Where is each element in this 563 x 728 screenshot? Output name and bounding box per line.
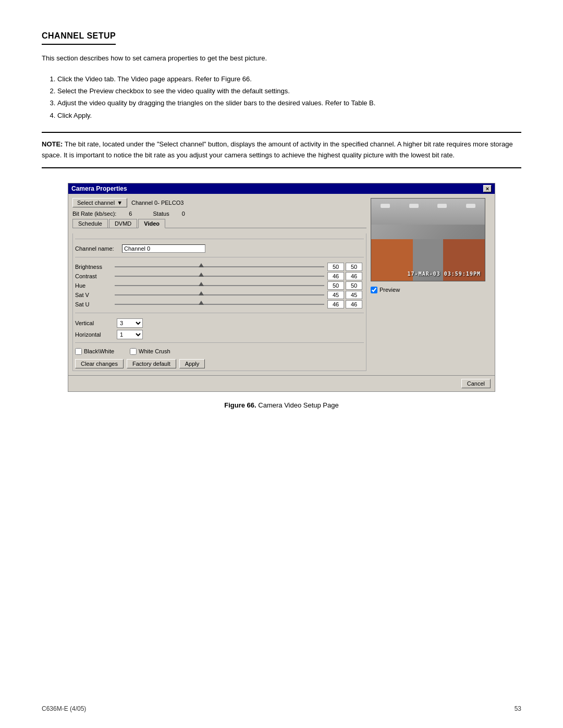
brightness-val1: 50: [327, 263, 344, 271]
white-crush-label: White Crush: [139, 348, 170, 354]
satv-val1: 45: [327, 291, 344, 299]
step-4: Click Apply.: [57, 109, 521, 121]
hue-row: Hue 50 50: [75, 281, 364, 290]
clear-changes-button[interactable]: Clear changes: [75, 359, 124, 368]
vertical-row: Vertical 3: [75, 318, 364, 328]
preview-label: Preview: [380, 287, 400, 293]
figure-caption-text: Camera Video Setup Page: [258, 401, 338, 409]
bitrate-label: Bit Rate (kb/sec):: [72, 211, 116, 217]
select-channel-button[interactable]: Select channel ▼: [72, 198, 127, 207]
hue-val1: 50: [327, 281, 344, 290]
horizontal-row: Horizontal 1: [75, 330, 364, 339]
note-box: NOTE: The bit rate, located under the "S…: [42, 132, 521, 168]
step-2: Select the Preview checkbox to see the v…: [57, 85, 521, 97]
satu-label: Sat U: [75, 301, 112, 307]
cancel-button[interactable]: Cancel: [461, 379, 491, 388]
camera-timestamp: 17-MAR-03 03:59:19PM: [408, 271, 481, 277]
figure-number: 66.: [247, 401, 256, 409]
vertical-label: Vertical: [75, 320, 117, 326]
horizontal-label: Horizontal: [75, 331, 117, 338]
hue-label: Hue: [75, 282, 112, 289]
status-label: Status: [153, 211, 169, 217]
satv-val2: 45: [346, 291, 362, 299]
checkboxes-row: Black\White White Crush: [75, 348, 364, 355]
dialog-title: Camera Properties: [71, 185, 127, 192]
brightness-row: Brightness 50 50: [75, 263, 364, 271]
page-footer: C636M-E (4/05) 53: [42, 705, 521, 712]
contrast-slider[interactable]: [115, 276, 324, 277]
channel-info: Channel 0- PELCO3: [131, 200, 183, 206]
satv-label: Sat V: [75, 292, 112, 298]
bitrate-row: Bit Rate (kb/sec): 6 Status 0: [72, 211, 366, 217]
black-white-checkbox[interactable]: [75, 348, 82, 355]
channel-name-input[interactable]: [122, 244, 205, 253]
action-buttons-row: Clear changes Factory default Apply: [75, 359, 364, 368]
bitrate-value: 6: [129, 211, 132, 217]
section-title: CHANNEL SETUP: [42, 31, 116, 45]
sliders-section: Brightness 50 50 Contrast: [75, 263, 364, 309]
note-text: The bit rate, located under the "Select …: [42, 140, 513, 159]
tabs-row: Schedule DVMD Video: [72, 219, 366, 228]
satu-slider[interactable]: [115, 304, 324, 305]
satu-val2: 46: [346, 300, 362, 309]
tab-schedule[interactable]: Schedule: [72, 219, 108, 228]
status-value: 0: [182, 211, 185, 217]
intro-text: This section describes how to set camera…: [42, 53, 521, 64]
note-label: NOTE:: [42, 140, 63, 148]
horizontal-select[interactable]: 1: [117, 330, 143, 339]
tab-dvmd[interactable]: DVMD: [109, 219, 137, 228]
contrast-label: Contrast: [75, 273, 112, 279]
satv-slider[interactable]: [115, 294, 324, 295]
preview-checkbox[interactable]: [371, 287, 377, 293]
satu-row: Sat U 46 46: [75, 300, 364, 309]
camera-properties-dialog: Camera Properties × Select channel ▼ Cha…: [68, 183, 495, 392]
footer-right: 53: [515, 705, 521, 712]
channel-name-label: Channel name:: [75, 245, 122, 252]
footer-left: C636M-E (4/05): [42, 705, 86, 712]
select-channel-label: Select channel: [77, 200, 115, 206]
tab-video[interactable]: Video: [138, 219, 165, 228]
black-white-checkbox-item: Black\White: [75, 348, 114, 355]
contrast-row: Contrast 46 46: [75, 272, 364, 280]
steps-list: Click the Video tab. The Video page appe…: [57, 73, 521, 122]
satu-val1: 46: [327, 300, 344, 309]
dropdown-arrow-icon: ▼: [117, 200, 123, 206]
hue-slider[interactable]: [115, 285, 324, 286]
step-1: Click the Video tab. The Video page appe…: [57, 73, 521, 85]
figure-caption: Figure 66. Camera Video Setup Page: [42, 401, 521, 409]
hue-val2: 50: [346, 281, 362, 290]
step-3: Adjust the video quality by dragging the…: [57, 97, 521, 109]
apply-button[interactable]: Apply: [179, 359, 205, 368]
contrast-val1: 46: [327, 272, 344, 280]
dialog-right-panel: 17-MAR-03 03:59:19PM Preview: [371, 198, 491, 371]
satv-row: Sat V 45 45: [75, 291, 364, 299]
dialog-footer: Cancel: [68, 375, 495, 391]
brightness-val2: 50: [346, 263, 362, 271]
contrast-val2: 46: [346, 272, 362, 280]
factory-default-button[interactable]: Factory default: [127, 359, 176, 368]
channel-name-row: Channel name:: [75, 244, 364, 253]
white-crush-checkbox[interactable]: [130, 348, 137, 355]
white-crush-checkbox-item: White Crush: [130, 348, 170, 355]
black-white-label: Black\White: [84, 348, 114, 354]
brightness-slider[interactable]: [115, 266, 324, 267]
preview-checkbox-row: Preview: [371, 287, 491, 293]
vertical-select[interactable]: 3: [117, 318, 143, 328]
video-tab-content: Channel name: Brightness 50: [72, 233, 366, 371]
camera-preview: 17-MAR-03 03:59:19PM: [371, 198, 485, 281]
brightness-label: Brightness: [75, 264, 112, 270]
dialog-titlebar: Camera Properties ×: [68, 183, 495, 194]
dialog-close-button[interactable]: ×: [483, 185, 492, 192]
